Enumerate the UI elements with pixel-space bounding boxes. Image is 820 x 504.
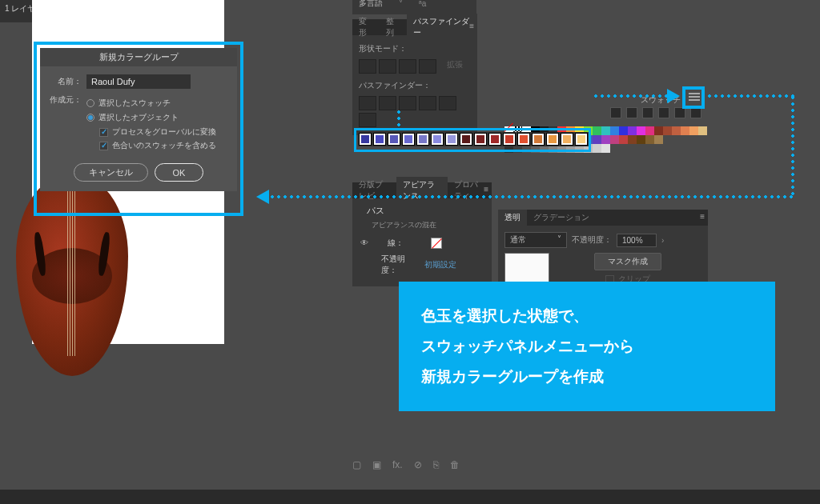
swatch[interactable] <box>372 132 387 146</box>
swatch[interactable] <box>645 135 654 144</box>
chk-convert-global[interactable] <box>99 128 108 137</box>
add-effect-icon[interactable]: fx. <box>392 459 403 470</box>
add-stroke-icon[interactable]: ▢ <box>352 459 361 470</box>
minus-front-icon[interactable] <box>379 59 396 74</box>
tab-transparency[interactable]: 透明 <box>498 210 527 226</box>
swatch[interactable] <box>619 135 628 144</box>
tab-separations[interactable]: 分版プレビ <box>352 177 396 204</box>
name-input[interactable] <box>86 74 191 89</box>
radio-selected-swatches[interactable] <box>86 99 94 107</box>
transparency-menu-icon[interactable]: ≡ <box>700 212 705 221</box>
trash-icon[interactable]: 🗑 <box>450 459 460 470</box>
swatch[interactable] <box>473 132 488 146</box>
swatch[interactable] <box>663 126 672 135</box>
trans-opacity-value[interactable]: 100% <box>617 234 657 247</box>
delete-swatch-icon[interactable] <box>690 107 701 118</box>
pathfinder-label: パスファインダー： <box>359 80 471 91</box>
swatch[interactable] <box>698 126 707 135</box>
swatch[interactable] <box>416 132 430 146</box>
swatch[interactable] <box>387 132 401 146</box>
visibility-icon[interactable]: 👁 <box>360 238 370 248</box>
make-mask-button[interactable]: マスク作成 <box>594 253 661 270</box>
flow-line <box>397 109 400 130</box>
swatch[interactable] <box>610 135 619 144</box>
swatch[interactable] <box>610 126 619 135</box>
swatch[interactable] <box>517 132 531 146</box>
ok-button[interactable]: OK <box>155 163 204 182</box>
swatch[interactable] <box>545 132 560 146</box>
swatch[interactable] <box>654 135 663 144</box>
swatch[interactable] <box>654 126 663 135</box>
new-swatch-icon[interactable] <box>674 107 685 118</box>
show-kinds-icon[interactable] <box>626 107 637 118</box>
tab-pathfinder[interactable]: パスファインダー <box>407 14 477 41</box>
swatch[interactable] <box>401 132 416 146</box>
trans-opacity-label: 不透明度： <box>572 234 612 246</box>
opacity-value[interactable]: 初期設定 <box>424 259 456 270</box>
swatch[interactable] <box>593 135 601 144</box>
unite-icon[interactable] <box>359 59 376 74</box>
stroke-swatch[interactable] <box>431 238 442 249</box>
swatch[interactable] <box>681 126 689 135</box>
swatch[interactable] <box>619 126 628 135</box>
merge-icon[interactable] <box>399 96 416 110</box>
swatch[interactable] <box>637 126 645 135</box>
stroke-label: 線： <box>388 238 424 249</box>
swatch[interactable] <box>358 132 372 146</box>
swatch[interactable] <box>459 132 473 146</box>
swatch[interactable] <box>502 132 517 146</box>
new-color-group-dialog: 新規カラーグループ 名前： 作成元： 選択したスウォッチ 選択したオブジェクト … <box>40 48 237 191</box>
callout-line3: 新規カラーグループを作成 <box>421 362 753 392</box>
swatch[interactable] <box>601 126 610 135</box>
divide-icon[interactable] <box>359 96 376 110</box>
swatch[interactable] <box>601 135 610 144</box>
duplicate-icon[interactable]: ⎘ <box>433 459 439 470</box>
appearance-target: パス <box>367 205 485 217</box>
chk-include-tints[interactable] <box>99 142 108 150</box>
swatch[interactable] <box>601 144 610 153</box>
expand-label: 拡張 <box>447 59 463 74</box>
swatch-libraries-icon[interactable] <box>610 107 621 118</box>
swatch[interactable] <box>628 135 637 144</box>
swatch[interactable] <box>637 135 645 144</box>
lang-label[interactable]: 多言語 <box>359 0 383 9</box>
appearance-menu-icon[interactable]: ≡ <box>484 185 488 194</box>
tab-transform[interactable]: 変形 <box>352 14 380 41</box>
swatch[interactable] <box>574 132 589 146</box>
tab-gradient[interactable]: グラデーション <box>527 210 596 226</box>
swatch[interactable] <box>593 126 601 135</box>
swatch[interactable] <box>531 132 545 146</box>
swatch[interactable] <box>430 132 444 146</box>
swatch[interactable] <box>672 126 681 135</box>
minus-back-icon[interactable] <box>359 113 376 127</box>
swatch-options-icon[interactable] <box>642 107 653 118</box>
crop-icon[interactable] <box>419 96 436 110</box>
swatch[interactable] <box>444 132 459 146</box>
pathfinder-menu-icon[interactable]: ≡ <box>469 22 474 30</box>
intersect-icon[interactable] <box>399 59 416 74</box>
new-group-icon[interactable] <box>658 107 669 118</box>
chk2-label: 色合いのスウォッチを含める <box>112 140 216 151</box>
radio-selected-objects[interactable] <box>86 114 94 122</box>
blend-mode-select[interactable]: 通常˅ <box>504 232 567 248</box>
status-bar <box>0 490 820 504</box>
swatch[interactable] <box>593 144 601 153</box>
swatch[interactable] <box>628 126 637 135</box>
name-label: 名前： <box>50 76 82 87</box>
tab-appearance[interactable]: アピアランス <box>396 177 447 204</box>
arrow-right-icon <box>667 89 680 103</box>
clear-icon[interactable]: ⊘ <box>414 459 422 470</box>
tab-align[interactable]: 整列 <box>380 14 407 41</box>
exclude-icon[interactable] <box>419 59 436 74</box>
swatch[interactable] <box>560 132 574 146</box>
swatch-panel-menu-icon[interactable] <box>689 93 700 101</box>
cancel-button[interactable]: キャンセル <box>74 163 148 182</box>
swatch[interactable] <box>645 126 654 135</box>
arrow-left-icon <box>256 190 269 204</box>
swatch[interactable] <box>488 132 502 146</box>
add-fill-icon[interactable]: ▣ <box>372 459 381 470</box>
trim-icon[interactable] <box>379 96 396 110</box>
swatch-toolbar <box>498 107 706 122</box>
outline-icon[interactable] <box>439 96 456 110</box>
swatch[interactable] <box>689 126 698 135</box>
